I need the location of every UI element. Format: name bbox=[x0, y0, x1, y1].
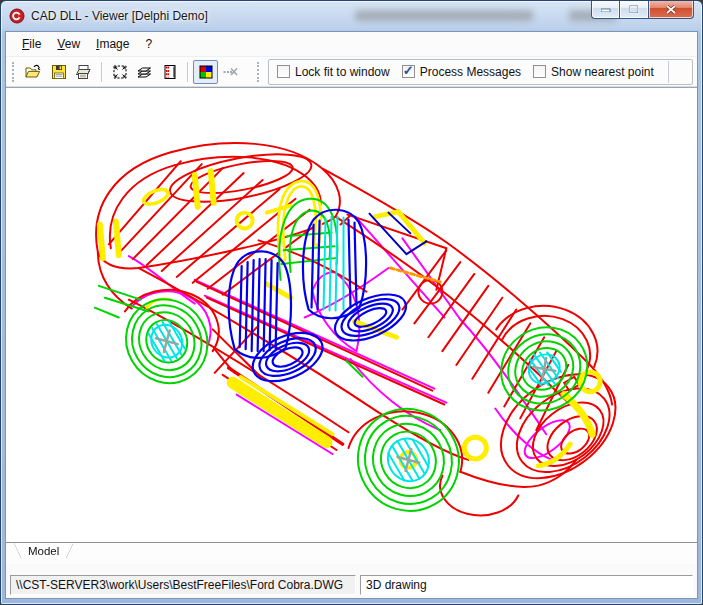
toolbar-separator bbox=[187, 62, 188, 82]
check-icon: ✓ bbox=[403, 63, 414, 78]
save-button[interactable] bbox=[46, 60, 71, 84]
colors-button[interactable] bbox=[193, 60, 218, 84]
file-path: \\CST-SERVER3\work\Users\BestFreeFiles\F… bbox=[16, 578, 343, 592]
process-messages-checkbox[interactable]: ✓ bbox=[402, 65, 415, 78]
menu-view[interactable]: Vew bbox=[49, 34, 88, 54]
lock-fit-label: Lock fit to window bbox=[295, 65, 390, 79]
drawing-type: 3D drawing bbox=[366, 578, 427, 592]
app-logo-icon[interactable] bbox=[9, 8, 25, 24]
drawing-viewport[interactable] bbox=[6, 87, 697, 543]
snap-nearest-button bbox=[218, 60, 243, 84]
menu-file[interactable]: File bbox=[14, 34, 49, 54]
show-nearest-label: Show nearest point bbox=[551, 65, 654, 79]
tab-model[interactable]: Model bbox=[14, 543, 73, 558]
printer-icon bbox=[75, 64, 92, 80]
background-artifact bbox=[355, 10, 533, 21]
window-title: CAD DLL - Viewer [Delphi Demo] bbox=[31, 9, 208, 23]
app-window: CAD DLL - Viewer [Delphi Demo] File Vew … bbox=[0, 0, 703, 605]
print-button[interactable] bbox=[71, 60, 96, 84]
lock-fit-checkbox-row[interactable]: ✓ Lock fit to window bbox=[277, 65, 390, 79]
layers-icon bbox=[136, 64, 153, 80]
client-area: File Vew Image ? bbox=[5, 31, 698, 599]
car-seats-blue bbox=[229, 210, 427, 391]
fit-to-window-icon bbox=[112, 64, 128, 80]
pages-button[interactable] bbox=[157, 60, 182, 84]
lock-fit-checkbox[interactable]: ✓ bbox=[277, 65, 290, 78]
save-floppy-icon bbox=[51, 64, 67, 80]
open-folder-icon bbox=[25, 64, 42, 80]
toolbar-grip[interactable] bbox=[257, 62, 262, 82]
menubar: File Vew Image ? bbox=[6, 32, 697, 57]
layers-button[interactable] bbox=[132, 60, 157, 84]
wireframe-car-drawing bbox=[6, 88, 697, 542]
fit-to-window-button[interactable] bbox=[107, 60, 132, 84]
toolbar: ✓ Lock fit to window ✓ Process Messages … bbox=[6, 57, 697, 87]
menu-help[interactable]: ? bbox=[137, 34, 160, 54]
pages-icon bbox=[162, 64, 178, 80]
window-controls bbox=[591, 0, 694, 19]
menu-image[interactable]: Image bbox=[88, 34, 137, 54]
statusbar: \\CST-SERVER3\work\Users\BestFreeFiles\F… bbox=[6, 574, 697, 598]
drawing-type-panel: 3D drawing bbox=[360, 575, 693, 595]
titlebar: CAD DLL - Viewer [Delphi Demo] bbox=[1, 1, 702, 30]
show-nearest-checkbox-row[interactable]: ✓ Show nearest point bbox=[533, 65, 654, 79]
toolbar-grip[interactable] bbox=[12, 62, 17, 82]
process-messages-label: Process Messages bbox=[420, 65, 521, 79]
color-palette-icon bbox=[198, 64, 214, 80]
snap-nearest-icon bbox=[222, 64, 240, 80]
minimize-button[interactable] bbox=[591, 0, 620, 19]
toolbar-separator bbox=[101, 62, 102, 82]
show-nearest-checkbox[interactable]: ✓ bbox=[533, 65, 546, 78]
statusbar-spacer bbox=[6, 564, 697, 574]
panel-divider bbox=[668, 61, 669, 83]
maximize-button[interactable] bbox=[620, 0, 649, 19]
file-path-panel: \\CST-SERVER3\work\Users\BestFreeFiles\F… bbox=[10, 575, 356, 595]
process-messages-checkbox-row[interactable]: ✓ Process Messages bbox=[402, 65, 521, 79]
sheet-tabstrip: Model bbox=[6, 543, 697, 564]
open-button[interactable] bbox=[21, 60, 46, 84]
options-panel: ✓ Lock fit to window ✓ Process Messages … bbox=[268, 59, 693, 85]
close-button[interactable] bbox=[649, 0, 694, 19]
